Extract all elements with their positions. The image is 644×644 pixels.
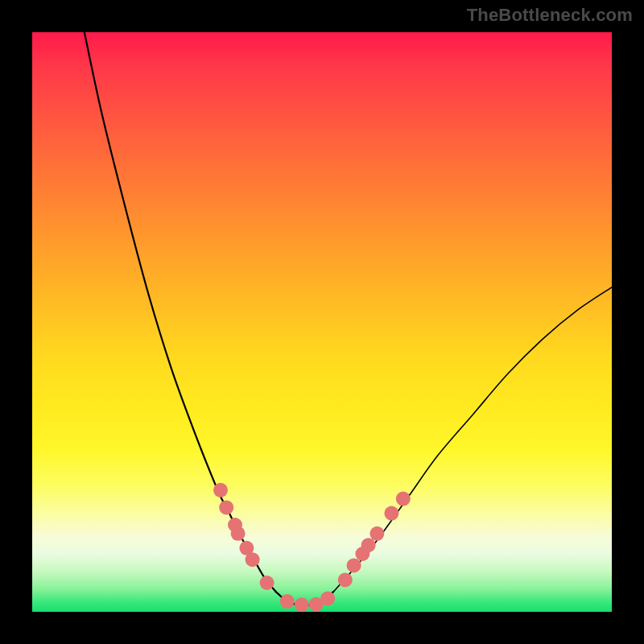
highlight-dot xyxy=(338,572,353,587)
curve-left-branch xyxy=(85,32,276,592)
highlight-dot xyxy=(347,558,361,572)
highlight-dot xyxy=(361,538,376,552)
highlight-dot xyxy=(260,576,275,590)
highlight-dot xyxy=(231,526,246,541)
highlight-dot xyxy=(280,594,295,609)
highlight-dot xyxy=(320,591,335,605)
highlight-dot xyxy=(369,526,384,541)
highlight-dots-group xyxy=(213,483,411,613)
chart-frame: TheBottleneck.com xyxy=(0,0,644,644)
highlight-dot xyxy=(396,492,411,506)
highlight-dot xyxy=(213,483,228,497)
plot-area xyxy=(32,32,612,612)
chart-svg xyxy=(32,32,612,612)
highlight-dot xyxy=(384,506,398,521)
highlight-dot xyxy=(295,597,309,612)
highlight-dot xyxy=(246,552,260,567)
highlight-dot xyxy=(219,500,233,514)
watermark-text: TheBottleneck.com xyxy=(467,5,633,26)
